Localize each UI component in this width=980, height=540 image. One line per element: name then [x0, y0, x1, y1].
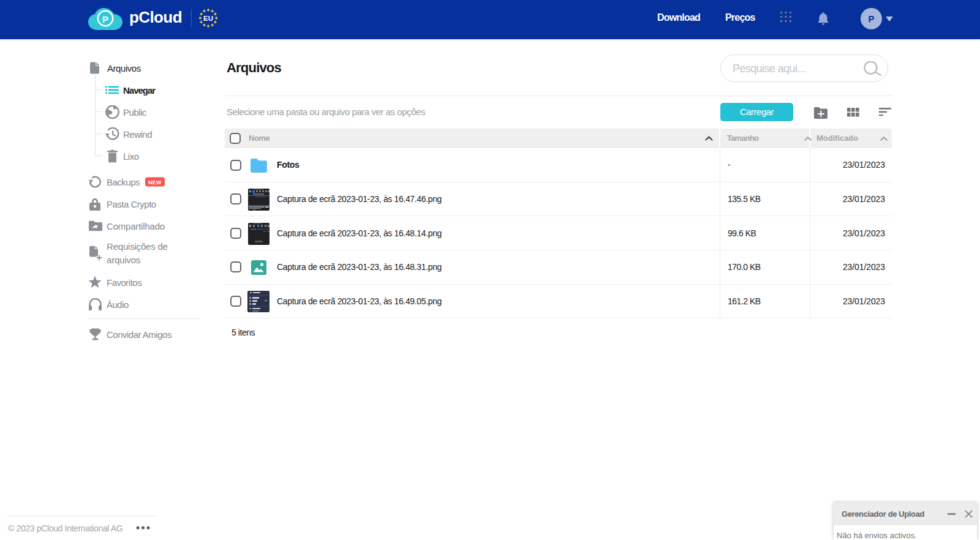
svg-text:P: P — [102, 14, 108, 24]
svg-text:EU: EU — [203, 15, 213, 22]
